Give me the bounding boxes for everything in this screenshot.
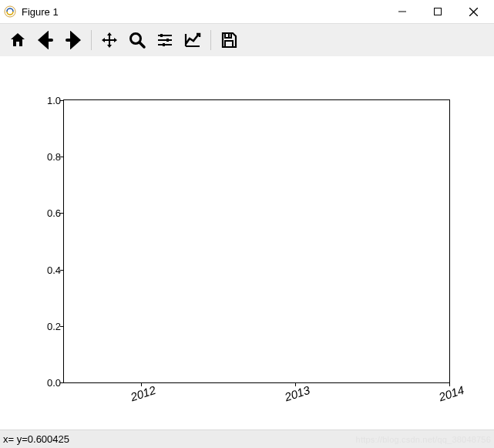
home-icon bbox=[8, 31, 27, 49]
axes: 0.0 0.2 0.4 0.6 0.8 1.0 2012 2013 2014 bbox=[63, 99, 450, 383]
zoom-icon bbox=[128, 31, 146, 49]
svg-rect-1 bbox=[435, 8, 442, 15]
window-close-button[interactable] bbox=[455, 0, 491, 24]
svg-rect-3 bbox=[160, 34, 163, 37]
watermark-text: https://blog.csdn.net/qq_38048756 bbox=[356, 435, 491, 444]
toolbar-separator bbox=[210, 30, 211, 50]
cursor-coords: x= y=0.600425 bbox=[3, 433, 69, 445]
status-bar: x= y=0.600425 https://blog.csdn.net/qq_3… bbox=[0, 429, 494, 448]
y-tick-label: 1.0 bbox=[47, 95, 61, 106]
svg-rect-5 bbox=[163, 43, 165, 46]
y-tick-label: 0.0 bbox=[47, 377, 61, 389]
axis-edit-icon bbox=[183, 31, 202, 49]
home-button[interactable] bbox=[5, 27, 31, 53]
x-tick-label: 2012 bbox=[129, 383, 157, 403]
save-button[interactable] bbox=[216, 27, 242, 53]
figure-canvas[interactable]: 0.0 0.2 0.4 0.6 0.8 1.0 2012 2013 2014 bbox=[0, 56, 494, 429]
zoom-button[interactable] bbox=[124, 27, 150, 53]
configure-subplots-button[interactable] bbox=[152, 27, 178, 53]
svg-point-0 bbox=[5, 6, 15, 17]
configure-subplots-icon bbox=[156, 31, 174, 49]
axis-edit-button[interactable] bbox=[180, 27, 206, 53]
y-tick-label: 0.4 bbox=[47, 264, 61, 275]
toolbar-separator bbox=[91, 30, 92, 50]
forward-icon bbox=[64, 31, 82, 49]
figure-toolbar bbox=[0, 24, 494, 56]
y-tick-label: 0.2 bbox=[47, 320, 61, 332]
back-icon bbox=[36, 31, 55, 49]
window-minimize-button[interactable] bbox=[385, 0, 420, 24]
save-icon bbox=[220, 31, 238, 49]
pan-button[interactable] bbox=[96, 27, 123, 53]
window-title: Figure 1 bbox=[22, 6, 59, 18]
window-maximize-button[interactable] bbox=[420, 0, 455, 24]
app-icon bbox=[3, 5, 17, 19]
svg-rect-4 bbox=[166, 39, 169, 42]
svg-rect-7 bbox=[228, 34, 230, 37]
x-tick-label: 2013 bbox=[283, 383, 311, 403]
pan-icon bbox=[100, 31, 119, 49]
back-button[interactable] bbox=[32, 27, 59, 53]
y-tick-label: 0.8 bbox=[47, 151, 61, 163]
window-titlebar: Figure 1 bbox=[0, 0, 494, 24]
forward-button[interactable] bbox=[60, 27, 86, 53]
svg-rect-8 bbox=[225, 41, 233, 47]
x-tick-label: 2014 bbox=[437, 383, 465, 403]
y-tick-label: 0.6 bbox=[47, 207, 61, 219]
